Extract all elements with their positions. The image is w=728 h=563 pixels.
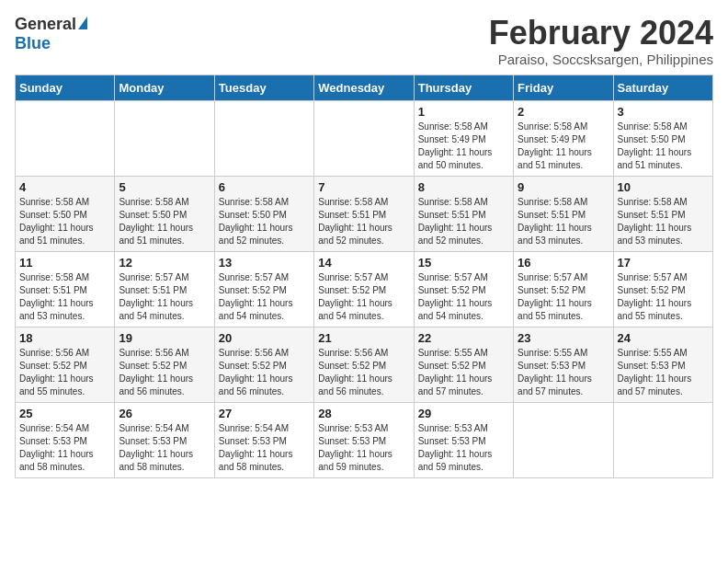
calendar-cell: 23Sunrise: 5:55 AMSunset: 5:53 PMDayligh… [514, 327, 613, 402]
day-number: 20 [219, 331, 310, 345]
day-number: 13 [219, 256, 310, 270]
calendar-cell: 16Sunrise: 5:57 AMSunset: 5:52 PMDayligh… [514, 251, 613, 327]
calendar-cell: 10Sunrise: 5:58 AMSunset: 5:51 PMDayligh… [613, 176, 712, 251]
day-detail: Sunrise: 5:58 AMSunset: 5:50 PMDaylight:… [219, 196, 310, 247]
logo-general-text: General [15, 15, 76, 34]
calendar-cell: 26Sunrise: 5:54 AMSunset: 5:53 PMDayligh… [115, 402, 214, 477]
day-detail: Sunrise: 5:56 AMSunset: 5:52 PMDaylight:… [318, 347, 409, 398]
day-number: 25 [19, 407, 110, 420]
logo-icon [78, 17, 87, 29]
calendar-cell: 24Sunrise: 5:55 AMSunset: 5:53 PMDayligh… [613, 327, 712, 402]
calendar-cell [214, 100, 313, 176]
calendar-cell: 5Sunrise: 5:58 AMSunset: 5:50 PMDaylight… [115, 176, 214, 251]
calendar-cell [16, 100, 115, 176]
calendar-cell: 19Sunrise: 5:56 AMSunset: 5:52 PMDayligh… [115, 327, 214, 402]
day-detail: Sunrise: 5:58 AMSunset: 5:49 PMDaylight:… [418, 121, 509, 172]
day-detail: Sunrise: 5:53 AMSunset: 5:53 PMDaylight:… [318, 422, 409, 474]
day-detail: Sunrise: 5:58 AMSunset: 5:51 PMDaylight:… [418, 196, 509, 247]
day-detail: Sunrise: 5:57 AMSunset: 5:51 PMDaylight:… [119, 271, 210, 323]
day-number: 18 [19, 331, 110, 345]
calendar-cell: 15Sunrise: 5:57 AMSunset: 5:52 PMDayligh… [414, 251, 513, 327]
header-saturday: Saturday [613, 75, 712, 100]
calendar-cell: 13Sunrise: 5:57 AMSunset: 5:52 PMDayligh… [214, 251, 313, 327]
day-detail: Sunrise: 5:57 AMSunset: 5:52 PMDaylight:… [219, 271, 310, 323]
day-detail: Sunrise: 5:56 AMSunset: 5:52 PMDaylight:… [119, 347, 210, 398]
day-number: 3 [618, 105, 709, 119]
calendar-cell [613, 402, 712, 477]
calendar-cell: 9Sunrise: 5:58 AMSunset: 5:51 PMDaylight… [514, 176, 613, 251]
calendar-cell [115, 100, 214, 176]
day-detail: Sunrise: 5:55 AMSunset: 5:53 PMDaylight:… [618, 347, 709, 398]
day-number: 2 [518, 105, 609, 119]
week-row-3: 11Sunrise: 5:58 AMSunset: 5:51 PMDayligh… [16, 251, 713, 327]
day-number: 8 [418, 180, 509, 194]
day-number: 10 [618, 180, 709, 194]
day-detail: Sunrise: 5:58 AMSunset: 5:50 PMDaylight:… [119, 196, 210, 247]
day-number: 29 [418, 407, 509, 420]
day-number: 1 [418, 105, 509, 119]
day-number: 26 [119, 407, 210, 420]
location-title: Paraiso, Soccsksargen, Philippines [489, 52, 713, 67]
calendar-cell: 12Sunrise: 5:57 AMSunset: 5:51 PMDayligh… [115, 251, 214, 327]
day-number: 28 [318, 407, 409, 420]
header-thursday: Thursday [414, 75, 513, 100]
calendar-table: SundayMondayTuesdayWednesdayThursdayFrid… [15, 75, 713, 478]
day-detail: Sunrise: 5:57 AMSunset: 5:52 PMDaylight:… [618, 271, 709, 323]
day-number: 22 [418, 331, 509, 345]
month-title: February 2024 [489, 15, 713, 52]
day-detail: Sunrise: 5:58 AMSunset: 5:50 PMDaylight:… [19, 196, 110, 247]
calendar-cell [314, 100, 414, 176]
week-row-4: 18Sunrise: 5:56 AMSunset: 5:52 PMDayligh… [16, 327, 713, 402]
day-number: 27 [219, 407, 310, 420]
day-number: 5 [119, 180, 210, 194]
header-monday: Monday [115, 75, 214, 100]
day-number: 14 [318, 256, 409, 270]
calendar-cell [514, 402, 613, 477]
calendar-cell: 27Sunrise: 5:54 AMSunset: 5:53 PMDayligh… [214, 402, 313, 477]
day-number: 12 [119, 256, 210, 270]
calendar-cell: 28Sunrise: 5:53 AMSunset: 5:53 PMDayligh… [314, 402, 414, 477]
week-row-1: 1Sunrise: 5:58 AMSunset: 5:49 PMDaylight… [16, 100, 713, 176]
calendar-cell: 18Sunrise: 5:56 AMSunset: 5:52 PMDayligh… [16, 327, 115, 402]
calendar-body: 1Sunrise: 5:58 AMSunset: 5:49 PMDaylight… [16, 100, 713, 477]
title-area: February 2024 Paraiso, Soccsksargen, Phi… [489, 15, 713, 67]
day-detail: Sunrise: 5:56 AMSunset: 5:52 PMDaylight:… [19, 347, 110, 398]
calendar-header: SundayMondayTuesdayWednesdayThursdayFrid… [16, 75, 713, 100]
day-detail: Sunrise: 5:58 AMSunset: 5:51 PMDaylight:… [19, 271, 110, 323]
day-detail: Sunrise: 5:58 AMSunset: 5:51 PMDaylight:… [618, 196, 709, 247]
calendar-cell: 1Sunrise: 5:58 AMSunset: 5:49 PMDaylight… [414, 100, 513, 176]
header-wednesday: Wednesday [314, 75, 414, 100]
calendar-cell: 14Sunrise: 5:57 AMSunset: 5:52 PMDayligh… [314, 251, 414, 327]
header-row: SundayMondayTuesdayWednesdayThursdayFrid… [16, 75, 713, 100]
header-friday: Friday [514, 75, 613, 100]
day-number: 17 [618, 256, 709, 270]
calendar-cell: 25Sunrise: 5:54 AMSunset: 5:53 PMDayligh… [16, 402, 115, 477]
day-detail: Sunrise: 5:57 AMSunset: 5:52 PMDaylight:… [418, 271, 509, 323]
day-detail: Sunrise: 5:56 AMSunset: 5:52 PMDaylight:… [219, 347, 310, 398]
calendar-cell: 22Sunrise: 5:55 AMSunset: 5:52 PMDayligh… [414, 327, 513, 402]
day-number: 16 [518, 256, 609, 270]
day-number: 4 [19, 180, 110, 194]
day-number: 9 [518, 180, 609, 194]
calendar-cell: 17Sunrise: 5:57 AMSunset: 5:52 PMDayligh… [613, 251, 712, 327]
day-detail: Sunrise: 5:54 AMSunset: 5:53 PMDaylight:… [119, 422, 210, 474]
day-number: 23 [518, 331, 609, 345]
day-number: 11 [19, 256, 110, 270]
header-tuesday: Tuesday [214, 75, 313, 100]
week-row-5: 25Sunrise: 5:54 AMSunset: 5:53 PMDayligh… [16, 402, 713, 477]
day-number: 21 [318, 331, 409, 345]
day-detail: Sunrise: 5:53 AMSunset: 5:53 PMDaylight:… [418, 422, 509, 474]
day-number: 24 [618, 331, 709, 345]
day-number: 7 [318, 180, 409, 194]
day-detail: Sunrise: 5:58 AMSunset: 5:50 PMDaylight:… [618, 121, 709, 172]
week-row-2: 4Sunrise: 5:58 AMSunset: 5:50 PMDaylight… [16, 176, 713, 251]
calendar-cell: 11Sunrise: 5:58 AMSunset: 5:51 PMDayligh… [16, 251, 115, 327]
header-sunday: Sunday [16, 75, 115, 100]
calendar-cell: 3Sunrise: 5:58 AMSunset: 5:50 PMDaylight… [613, 100, 712, 176]
calendar-cell: 7Sunrise: 5:58 AMSunset: 5:51 PMDaylight… [314, 176, 414, 251]
day-detail: Sunrise: 5:58 AMSunset: 5:51 PMDaylight:… [318, 196, 409, 247]
day-detail: Sunrise: 5:58 AMSunset: 5:49 PMDaylight:… [518, 121, 609, 172]
day-number: 15 [418, 256, 509, 270]
calendar-cell: 6Sunrise: 5:58 AMSunset: 5:50 PMDaylight… [214, 176, 313, 251]
day-detail: Sunrise: 5:57 AMSunset: 5:52 PMDaylight:… [318, 271, 409, 323]
